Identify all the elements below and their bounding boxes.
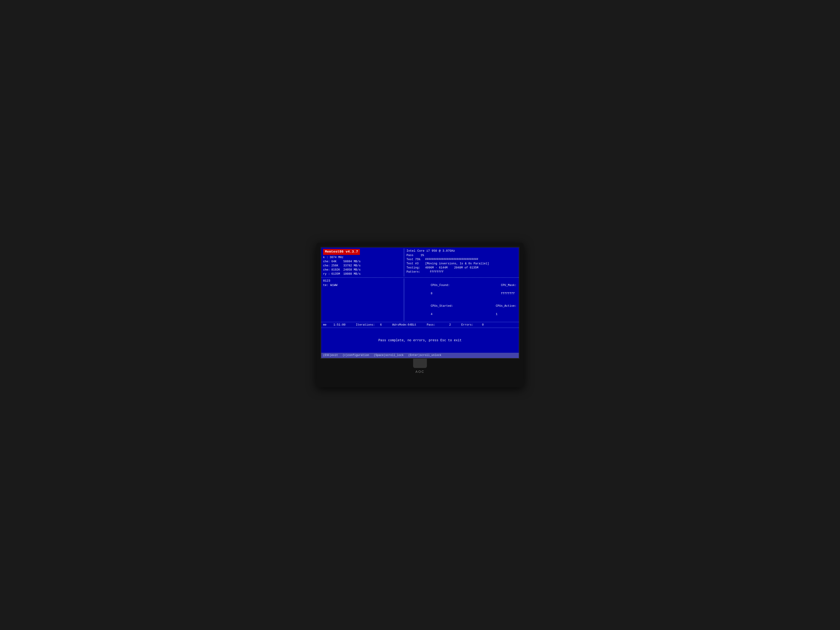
cache2-label: che: (323, 264, 330, 268)
k-label: k : (323, 255, 328, 259)
cpus-active-value: 1 (496, 313, 497, 316)
pass-label: Pass (406, 253, 419, 257)
memory-size: 6135M (332, 272, 342, 276)
pattern-label: Pattern: (406, 270, 424, 274)
cache1-size: 64K (332, 259, 342, 264)
cache3-label: che: (323, 268, 330, 272)
errors-value: 0 (482, 323, 484, 327)
statusbar-scroll-unlock[interactable]: (Enter)scroll_unlock (408, 354, 441, 357)
pass-stat-label: Pass: (427, 323, 436, 327)
test-num-label: Test #3 (406, 262, 424, 266)
cpu-info: Intel Core i7 950 @ 3.07GHz (406, 249, 455, 253)
cpus-started-value: 4 (431, 313, 433, 316)
cache3-size: 8192K (332, 268, 342, 272)
cpu-mask-label: CPU_Mask: (501, 284, 516, 287)
k-value: 3074 MHz (330, 255, 344, 259)
cache1-speed: 58884 MB/s (343, 259, 361, 264)
testing-of: 2048M of 6135M (454, 266, 478, 270)
status-time: 1:51:00 (333, 323, 346, 327)
cache3-speed: 24058 MB/s (343, 268, 361, 272)
cpu-state-display: te: WiWW (323, 283, 402, 287)
test-pct-label: Test 75% (406, 257, 424, 262)
iterations-value: 6 (380, 323, 382, 327)
adrs-label: AdrsMode: (392, 323, 408, 327)
cpus-started-label: CPUs_Started: (431, 305, 453, 308)
memory-label: ry : (323, 272, 330, 276)
pass-value: 1% (420, 253, 424, 257)
cpus-found-label: CPUs_Found: (431, 284, 450, 287)
monitor-stand-neck (413, 359, 427, 368)
app-title-badge: Memtest86 v4.3.7 (323, 249, 360, 255)
iterations-label: Iterations: (356, 323, 375, 327)
cpu-mask-value: ffffffff (501, 292, 515, 295)
cache2-speed: 33782 MB/s (343, 264, 361, 268)
testing-label: Testing: (406, 266, 424, 270)
errors-label: Errors: (461, 323, 474, 327)
pattern-value: ffffffff (429, 270, 444, 274)
status-prefix: me (323, 323, 327, 327)
cpu-cores-display: 0123 (323, 279, 402, 283)
statusbar-esc[interactable]: (ESC)exit (323, 354, 338, 357)
monitor-brand: AOC (321, 370, 519, 374)
cache1-label: che: (323, 259, 330, 264)
pass-stat-value: 2 (449, 323, 451, 327)
screen: Memtest86 v4.3.7 k : 3074 MHz che: 64K 5… (321, 247, 519, 359)
test-num-desc: [Moving inversions, 1s & 0s Parallel] (425, 262, 489, 266)
adrs-value: 64Bit (408, 323, 417, 327)
memory-speed: 10088 MB/s (343, 272, 361, 276)
statusbar-config[interactable]: (c)configuration (343, 354, 369, 357)
cpus-active-label: CPUs_Active: (496, 305, 516, 308)
cpus-found-value: 8 (431, 292, 433, 295)
testing-value: 4096M - 6144M (425, 266, 453, 270)
statusbar-scroll-lock[interactable]: (Space)scroll_lock (374, 354, 404, 357)
test-pct-bar: ################################ (425, 257, 478, 262)
cache2-size: 256K (332, 264, 342, 268)
monitor-outer: Memtest86 v4.3.7 k : 3074 MHz che: 64K 5… (316, 243, 524, 387)
pass-complete-message: Pass complete, no errors, press Esc to e… (378, 338, 461, 343)
